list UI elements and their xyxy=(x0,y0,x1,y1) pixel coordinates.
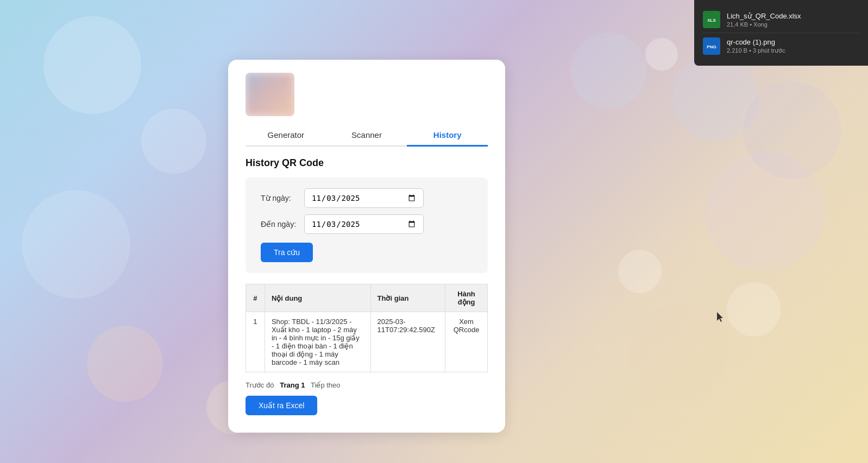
table-header-row: # Nội dung Thời gian Hành động xyxy=(246,284,488,312)
col-header-content: Nội dung xyxy=(265,284,370,312)
download-meta-0: 21,4 KB • Xong xyxy=(727,21,859,28)
col-header-time: Thời gian xyxy=(370,284,445,312)
download-name-0: Lich_sử_QR_Code.xlsx xyxy=(727,12,859,20)
table-row: 1 Shop: TBDL - 11/3/2025 - Xuất kho - 1 … xyxy=(246,312,488,372)
filter-box: Từ ngày: Đến ngày: Tra cứu xyxy=(246,177,488,273)
svg-text:PNG: PNG xyxy=(707,45,716,49)
download-item-1: PNG qr-code (1).png 2.210 B • 3 phút trư… xyxy=(703,33,859,59)
download-item-0: XLS Lich_sử_QR_Code.xlsx 21,4 KB • Xong xyxy=(703,7,859,33)
filter-to-row: Đến ngày: xyxy=(261,214,473,234)
bokeh-9 xyxy=(618,250,662,293)
col-header-num: # xyxy=(246,284,265,312)
bokeh-13 xyxy=(743,81,841,179)
bokeh-3 xyxy=(22,190,130,299)
section-title: History QR Code xyxy=(246,157,488,169)
to-date-input[interactable] xyxy=(304,214,424,234)
tab-generator[interactable]: Generator xyxy=(246,125,326,147)
current-page: Trang 1 xyxy=(280,381,305,389)
bokeh-8 xyxy=(645,38,678,71)
from-date-input[interactable] xyxy=(304,188,424,208)
avatar-area xyxy=(246,73,488,116)
bokeh-4 xyxy=(87,326,163,402)
to-date-label: Đến ngày: xyxy=(261,220,304,229)
row-action[interactable]: Xem QRcode xyxy=(445,312,488,372)
bokeh-10 xyxy=(629,304,727,402)
prev-page[interactable]: Trước đó xyxy=(246,381,274,389)
avatar-blur xyxy=(248,75,292,113)
tab-history[interactable]: History xyxy=(407,125,488,147)
bokeh-7 xyxy=(727,282,781,337)
next-page[interactable]: Tiếp theo xyxy=(311,381,341,389)
pagination: Trước đó Trang 1 Tiếp theo xyxy=(246,381,488,389)
avatar xyxy=(246,73,294,116)
row-time: 2025-03-11T07:29:42.590Z xyxy=(370,312,445,372)
download-icon-png: PNG xyxy=(703,37,720,55)
tab-scanner[interactable]: Scanner xyxy=(326,125,407,147)
filter-from-row: Từ ngày: xyxy=(261,188,473,208)
data-table: # Nội dung Thời gian Hành động 1 Shop: T… xyxy=(246,284,488,372)
tabs-container: Generator Scanner History xyxy=(246,125,488,147)
svg-text:XLS: XLS xyxy=(707,18,716,23)
download-panel: XLS Lich_sử_QR_Code.xlsx 21,4 KB • Xong … xyxy=(694,0,868,66)
export-button[interactable]: Xuất ra Excel xyxy=(246,396,317,415)
download-info-1: qr-code (1).png 2.210 B • 3 phút trước xyxy=(727,38,859,54)
bokeh-12 xyxy=(570,33,646,109)
download-info-0: Lich_sử_QR_Code.xlsx 21,4 KB • Xong xyxy=(727,12,859,28)
main-card: Generator Scanner History History QR Cod… xyxy=(228,60,505,433)
bokeh-1 xyxy=(43,16,141,114)
from-date-label: Từ ngày: xyxy=(261,194,304,202)
download-name-1: qr-code (1).png xyxy=(727,38,859,46)
download-icon-xlsx: XLS xyxy=(703,11,720,28)
search-button[interactable]: Tra cứu xyxy=(261,243,313,262)
col-header-action: Hành động xyxy=(445,284,488,312)
row-content: Shop: TBDL - 11/3/2025 - Xuất kho - 1 la… xyxy=(265,312,370,372)
download-meta-1: 2.210 B • 3 phút trước xyxy=(727,47,859,54)
row-num: 1 xyxy=(246,312,265,372)
bokeh-2 xyxy=(141,109,206,174)
